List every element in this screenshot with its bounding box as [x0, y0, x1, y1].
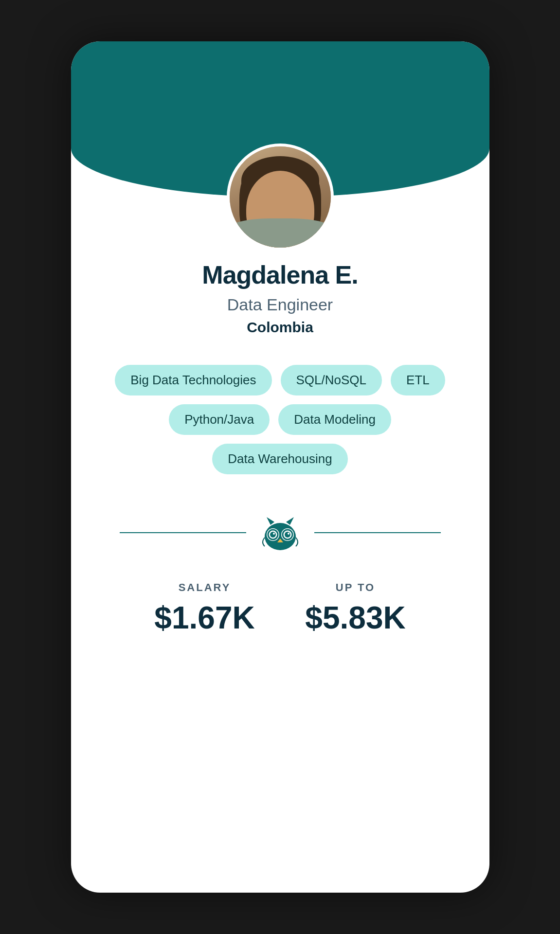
svg-point-8 [285, 532, 290, 538]
skill-badge: SQL/NoSQL [281, 365, 382, 395]
owl-logo-icon [256, 513, 305, 552]
profile-title: Data Engineer [100, 295, 460, 314]
svg-point-9 [273, 533, 275, 535]
salary-current: SALARY $1.67K [154, 581, 254, 636]
skill-badge: Big Data Technologies [115, 365, 271, 395]
skill-badge: Data Warehousing [212, 444, 347, 474]
skill-badge: Data Modeling [278, 404, 391, 435]
profile-card: Magdalena E. Data Engineer Colombia Big … [71, 41, 489, 893]
skills-list: Big Data TechnologiesSQL/NoSQLETLPython/… [100, 365, 460, 474]
salary-current-value: $1.67K [154, 600, 254, 636]
svg-point-7 [270, 532, 276, 538]
card-header [71, 41, 489, 197]
skill-badge: ETL [391, 365, 445, 395]
svg-point-10 [288, 533, 289, 535]
skill-badge: Python/Java [169, 404, 270, 435]
salary-current-label: SALARY [154, 581, 254, 594]
profile-name: Magdalena E. [100, 260, 460, 289]
card-body: Magdalena E. Data Engineer Colombia Big … [71, 197, 489, 660]
salary-section: SALARY $1.67K UP TO $5.83K [100, 581, 460, 636]
svg-marker-2 [286, 517, 294, 525]
divider-right [314, 532, 441, 533]
avatar [227, 144, 334, 251]
svg-marker-1 [267, 517, 274, 525]
salary-upto-value: $5.83K [305, 600, 405, 636]
salary-upto: UP TO $5.83K [305, 581, 405, 636]
divider-section [100, 513, 460, 552]
divider-left [120, 532, 246, 533]
salary-upto-label: UP TO [305, 581, 405, 594]
profile-country: Colombia [100, 319, 460, 336]
